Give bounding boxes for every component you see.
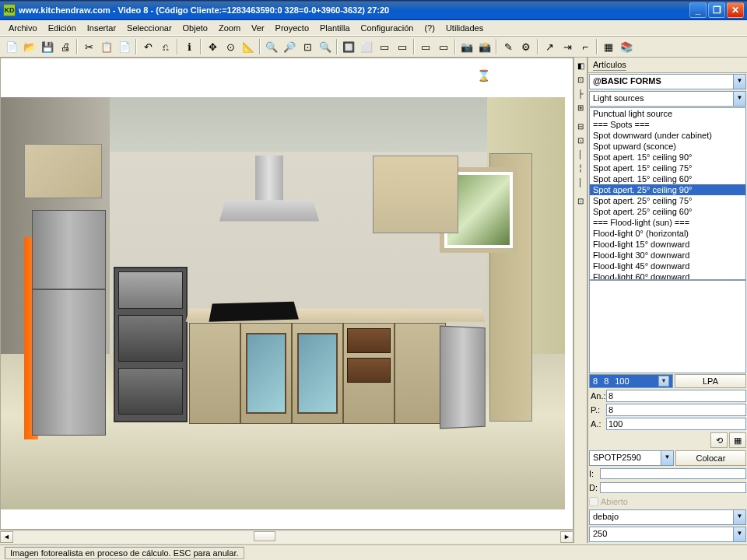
list-item[interactable]: Spot apert. 15° ceiling 90° xyxy=(590,152,745,163)
toolbar-button[interactable]: ↶ xyxy=(139,38,156,55)
vtoolbar-button[interactable]: ⊟ xyxy=(574,120,587,134)
d-input[interactable] xyxy=(600,482,746,493)
toolbar-button[interactable]: 🔲 xyxy=(340,38,357,55)
menu-item[interactable]: Archivo xyxy=(3,22,43,34)
list-item[interactable]: Spot apert. 15° ceiling 60° xyxy=(590,173,745,184)
toolbar-button[interactable]: ⚙ xyxy=(517,38,535,55)
place-button[interactable]: Colocar xyxy=(675,450,746,466)
dropdown-icon[interactable]: ▼ xyxy=(661,451,673,465)
dimensions-display[interactable]: 8 8 100 ▼ xyxy=(589,374,673,388)
toolbar-button[interactable]: ℹ xyxy=(181,38,198,55)
list-item[interactable]: Spot downward (under cabinet) xyxy=(590,130,745,141)
vtoolbar-button[interactable]: ⊡ xyxy=(574,73,587,87)
dropdown-icon[interactable]: ▼ xyxy=(733,75,745,89)
code-combo[interactable]: SPOTP2590 ▼ xyxy=(589,450,674,466)
vtoolbar-button[interactable]: ⊡ xyxy=(574,194,587,208)
items-listbox[interactable]: Punctual light source=== Spots ===Spot d… xyxy=(589,107,746,280)
toolbar-button[interactable]: ✂ xyxy=(80,38,97,55)
close-button[interactable]: ✕ xyxy=(727,2,744,18)
refresh-button[interactable]: ⟲ xyxy=(710,432,728,448)
list-item[interactable]: Spot upward (sconce) xyxy=(590,141,745,152)
i-input[interactable] xyxy=(600,468,746,479)
maximize-button[interactable]: ❐ xyxy=(708,2,725,18)
toolbar-button[interactable]: ⇥ xyxy=(559,38,576,55)
vtoolbar-button[interactable]: ⊡ xyxy=(574,134,587,148)
dropdown-icon[interactable]: ▼ xyxy=(658,376,669,387)
menu-item[interactable]: Configuración xyxy=(356,22,419,34)
menu-item[interactable]: Edición xyxy=(43,22,82,34)
toolbar-button[interactable]: 📄 xyxy=(116,38,133,55)
toolbar-button[interactable]: 🔎 xyxy=(281,38,298,55)
list-item[interactable]: Spot apert. 25° ceiling 60° xyxy=(590,206,745,217)
list-item[interactable]: Spot apert. 15° ceiling 75° xyxy=(590,163,745,173)
list-item[interactable]: Flood-light 15° downward xyxy=(590,239,745,250)
scroll-right-button[interactable]: ► xyxy=(560,531,573,543)
toolbar-button[interactable]: ▭ xyxy=(394,38,411,55)
list-item[interactable]: Spot apert. 25° ceiling 90° xyxy=(590,184,745,195)
scroll-left-button[interactable]: ◄ xyxy=(0,531,13,543)
toolbar-button[interactable]: 📂 xyxy=(21,38,38,55)
menu-item[interactable]: Proyecto xyxy=(270,22,314,34)
list-item[interactable]: Flood-light 60° downward xyxy=(590,271,745,280)
toolbar-button[interactable]: ▭ xyxy=(417,38,434,55)
toolbar-button[interactable]: ⎌ xyxy=(157,38,174,55)
vtoolbar-button[interactable]: │ xyxy=(574,176,587,190)
scroll-thumb[interactable] xyxy=(254,531,275,541)
menu-item[interactable]: Objeto xyxy=(177,22,213,34)
toolbar-button[interactable]: 📚 xyxy=(618,38,635,55)
vtoolbar-button[interactable]: ╎ xyxy=(574,162,587,176)
menu-item[interactable]: Seleccionar xyxy=(121,22,177,34)
list-item[interactable]: Flood-light 0° (horizontal) xyxy=(590,228,745,239)
toolbar-button[interactable]: ⌐ xyxy=(577,38,594,55)
toolbar-button[interactable]: 📄 xyxy=(3,38,20,55)
depth-input[interactable] xyxy=(606,404,746,416)
position-combo[interactable]: debajo ▼ xyxy=(589,509,746,525)
toolbar-button[interactable]: ✎ xyxy=(500,38,517,55)
inspect-button[interactable]: ▦ xyxy=(729,432,746,448)
height-offset-combo[interactable]: 250 ▼ xyxy=(589,527,746,542)
lpa-button[interactable]: LPA xyxy=(675,374,746,388)
toolbar-button[interactable]: 💾 xyxy=(39,38,56,55)
viewport-3d[interactable]: ⌛ xyxy=(0,58,573,530)
list-item[interactable]: Flood-light 45° downward xyxy=(590,261,745,271)
catalog-combo[interactable]: @BASIC FORMS ▼ xyxy=(589,74,746,89)
horizontal-scrollbar[interactable]: ◄ ► xyxy=(0,530,573,543)
minimize-button[interactable]: _ xyxy=(689,2,707,18)
menu-item[interactable]: Ver xyxy=(246,22,270,34)
list-item[interactable]: === Spots === xyxy=(590,119,745,130)
category-combo[interactable]: Light sources ▼ xyxy=(589,91,746,107)
toolbar-button[interactable]: 🔍 xyxy=(317,38,334,55)
toolbar-button[interactable]: ▦ xyxy=(600,38,617,55)
list-item[interactable]: Spot apert. 25° ceiling 75° xyxy=(590,195,745,206)
toolbar-button[interactable]: ⬜ xyxy=(358,38,375,55)
menu-item[interactable]: (?) xyxy=(419,22,440,34)
menu-item[interactable]: Utilidades xyxy=(440,22,489,34)
toolbar-button[interactable]: 📸 xyxy=(476,38,493,55)
preview-listbox[interactable] xyxy=(589,280,746,373)
toolbar-button[interactable]: 📷 xyxy=(458,38,475,55)
toolbar-button[interactable]: ⊙ xyxy=(222,38,239,55)
list-item[interactable]: Punctual light source xyxy=(590,108,745,119)
vtoolbar-button[interactable]: ◧ xyxy=(574,59,587,73)
menu-item[interactable]: Plantilla xyxy=(314,22,356,34)
toolbar-button[interactable]: ✥ xyxy=(204,38,221,55)
toolbar-button[interactable]: ▭ xyxy=(376,38,393,55)
height-input[interactable] xyxy=(606,418,746,430)
vtoolbar-button[interactable]: │ xyxy=(574,148,587,162)
toolbar-button[interactable]: ↗ xyxy=(541,38,558,55)
menu-item[interactable]: Insertar xyxy=(82,22,121,34)
toolbar-button[interactable]: 📐 xyxy=(240,38,257,55)
list-item[interactable]: Flood-light 30° downward xyxy=(590,250,745,261)
toolbar-button[interactable]: 📋 xyxy=(98,38,115,55)
toolbar-button[interactable]: ▭ xyxy=(435,38,452,55)
toolbar-button[interactable]: 🔍 xyxy=(263,38,280,55)
dropdown-icon[interactable]: ▼ xyxy=(733,510,745,524)
toolbar-button[interactable]: ⊡ xyxy=(299,38,316,55)
dropdown-icon[interactable]: ▼ xyxy=(733,92,745,106)
vtoolbar-button[interactable]: ├ xyxy=(574,87,587,101)
dropdown-icon[interactable]: ▼ xyxy=(733,527,745,541)
menu-item[interactable]: Zoom xyxy=(213,22,246,34)
vtoolbar-button[interactable]: ⊞ xyxy=(574,101,587,115)
list-item[interactable]: === Flood-light (sun) === xyxy=(590,217,745,228)
toolbar-button[interactable]: 🖨 xyxy=(57,38,74,55)
